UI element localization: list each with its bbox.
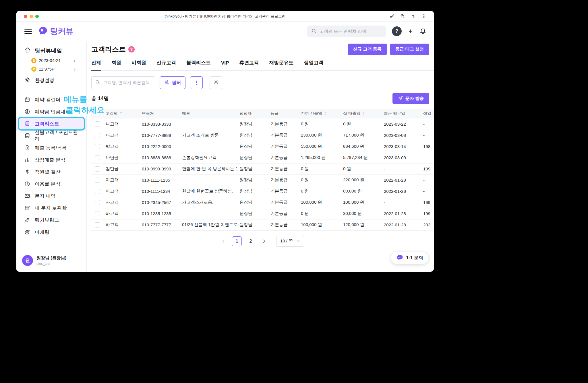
- tab-7[interactable]: 재방문유도: [269, 59, 293, 70]
- close-window-button[interactable]: [24, 15, 27, 18]
- new-customer-button[interactable]: 신규 고객 등록: [348, 44, 387, 55]
- grade-tag-settings-button[interactable]: 등급·태그 설정: [390, 44, 429, 55]
- table-row[interactable]: 바고객010-7777-777701/26 선불액 1만원 이벤트로 추가해..…: [91, 219, 434, 230]
- total-count: 총 14명: [91, 95, 109, 102]
- row-checkbox[interactable]: [95, 133, 100, 138]
- profile-section[interactable]: 원 원장님 (원장님) plus_test: [16, 251, 86, 272]
- table-row[interactable]: 자고객010-1111-1235원장님기본등급0 원220,000 원2022-…: [91, 174, 434, 186]
- cell-prepaid: 1,265,000 원: [299, 152, 341, 163]
- title-help-icon[interactable]: ?: [128, 46, 135, 53]
- sidebar-item-usage-analytics[interactable]: 이용률 분석: [16, 178, 86, 190]
- zoom-icon[interactable]: [400, 14, 405, 19]
- table-row[interactable]: 김단골010-9999-9999한달에 한 번 꼭 방문하시는 고객원장님기본등…: [91, 163, 434, 174]
- page-button-2[interactable]: 2: [246, 236, 256, 246]
- sidebar-item-settings[interactable]: 환경설정: [16, 77, 86, 84]
- tab-1[interactable]: 회원: [111, 59, 121, 70]
- cell-grade: 기본등급: [268, 174, 299, 186]
- sidebar-item-reservation-calendar[interactable]: 예약 캘린더: [16, 94, 86, 106]
- quick-search-input[interactable]: 고객명, 연락처 빠른검색: [91, 76, 155, 89]
- extensions-puzzle-icon[interactable]: [411, 14, 416, 19]
- browser-menu-icon[interactable]: ⋮: [421, 14, 426, 19]
- points-row[interactable]: P 11,975P ›: [16, 66, 86, 72]
- cell-manager: 원장님: [237, 174, 268, 186]
- sidebar-item-prepaid-points[interactable]: 선불고객 / 포인트관리: [16, 130, 86, 142]
- table-settings-button[interactable]: [210, 76, 222, 89]
- tab-4[interactable]: 블랙리스트: [186, 59, 211, 70]
- cell-last_visit: 2023-03-09: [382, 152, 421, 163]
- row-checkbox[interactable]: [95, 189, 100, 194]
- sort-icon[interactable]: [362, 111, 365, 116]
- tab-0[interactable]: 전체: [91, 59, 101, 70]
- chat-bubble-icon: [396, 254, 403, 262]
- cell-memo: 01/26 선불액 1만원 이벤트로 추가해...: [180, 219, 237, 230]
- column-header[interactable]: 실 매출액: [341, 109, 382, 118]
- sidebar-item-sms-history[interactable]: 문자 내역: [16, 190, 86, 202]
- table-row[interactable]: 나단골010-8888-8888손톱강화필요고객원장님기본등급1,265,000…: [91, 152, 434, 163]
- tab-3[interactable]: 신규고객: [156, 59, 176, 70]
- cell-sales: 884,600 원: [341, 141, 382, 152]
- more-options-button[interactable]: ⋮: [190, 76, 203, 89]
- sidebar-item-store-sales-analytics[interactable]: 상점매출 분석: [16, 154, 86, 166]
- lightning-icon[interactable]: [407, 28, 414, 34]
- prev-page-button[interactable]: [221, 239, 226, 244]
- global-search-input[interactable]: 고객명 또는 연락처 검색: [307, 26, 386, 37]
- table-row[interactable]: 사고객010-2345-2567가고객소개로옴.원장님기본등급100,000 원…: [91, 197, 434, 208]
- browser-title: thinkofyou - 팅커뷰 | 월 9,900원 가장 합리적인 가격의 …: [16, 14, 434, 19]
- table-row[interactable]: 나고객010-7777-8888가고객 소개로 방문원장님기본등급230,000…: [91, 130, 434, 141]
- table-row[interactable]: 아고객010-1111-1234한달에 한번꼴로 방문하심.원장님기본등급0 원…: [91, 186, 434, 197]
- cell-grade: 기본등급: [268, 118, 299, 130]
- table-row[interactable]: 박고객010-2222-0000원장님기본등급550,000 원884,600 …: [91, 141, 434, 152]
- inquiry-button[interactable]: 1:1 문의: [391, 252, 429, 264]
- sidebar-item-sms-box[interactable]: 내 문자 보관함: [16, 202, 86, 214]
- row-checkbox[interactable]: [95, 222, 100, 228]
- cell-phone: 010-3333-3333: [140, 118, 180, 130]
- next-page-button[interactable]: [262, 239, 266, 244]
- row-checkbox[interactable]: [95, 155, 100, 160]
- sort-icon[interactable]: [120, 111, 122, 116]
- row-checkbox[interactable]: [95, 200, 100, 205]
- tab-6[interactable]: 휴면고객: [239, 59, 259, 70]
- hamburger-menu-icon[interactable]: [24, 28, 32, 35]
- chevron-right-icon: ›: [74, 58, 76, 63]
- filter-button[interactable]: 필터: [160, 76, 185, 89]
- sidebar-item-marketing[interactable]: 마케팅: [16, 226, 86, 238]
- tab-8[interactable]: 생일고객: [304, 59, 323, 70]
- sidebar-item-deposit-history[interactable]: 예약금 입금내역: [16, 106, 86, 118]
- zoom-window-button[interactable]: [35, 15, 39, 18]
- page-button-1[interactable]: 1: [232, 236, 242, 246]
- row-checkbox[interactable]: [95, 178, 100, 183]
- shop-name-row[interactable]: 팅커뷰네일: [16, 47, 86, 55]
- column-header[interactable]: 잔여 선불액: [299, 109, 341, 118]
- tab-5[interactable]: VIP: [221, 60, 229, 70]
- row-checkbox[interactable]: [95, 166, 100, 172]
- chevron-down-icon: [296, 239, 300, 244]
- sidebar-item-sales-register[interactable]: 매출 등록/목록: [16, 142, 86, 154]
- column-header[interactable]: 고객명: [103, 109, 140, 118]
- sort-icon[interactable]: [324, 111, 327, 116]
- sidebar-item-customer-list[interactable]: 고객리스트: [16, 118, 86, 130]
- select-all-checkbox[interactable]: [95, 111, 100, 116]
- table-row[interactable]: 나고객010-3333-3333원장님기본등급0 원0 원2023-03-22-: [91, 118, 434, 130]
- cell-last_visit: 2022-01-28: [382, 186, 421, 197]
- row-checkbox[interactable]: [95, 144, 100, 149]
- cell-birthday: -: [421, 130, 434, 141]
- row-checkbox[interactable]: [95, 211, 100, 216]
- page-size-select[interactable]: 10 / 쪽: [276, 236, 304, 247]
- booking-date-row[interactable]: B 2023-04-21 ›: [16, 58, 86, 63]
- password-key-icon[interactable]: [390, 14, 394, 19]
- sidebar-item-staff-settlement[interactable]: 직원별 결산: [16, 166, 86, 178]
- send-sms-button[interactable]: 문자 발송: [392, 93, 429, 104]
- cell-birthday: -: [421, 174, 434, 186]
- bell-icon[interactable]: [419, 28, 426, 35]
- help-button[interactable]: ?: [392, 26, 402, 36]
- minimize-window-button[interactable]: [30, 15, 33, 18]
- logo[interactable]: 팅커뷰: [38, 26, 73, 37]
- sidebar-item-tinkerview-link[interactable]: 팅커뷰링크: [16, 214, 86, 226]
- booking-date: 2023-04-21: [39, 58, 61, 63]
- row-checkbox[interactable]: [95, 121, 100, 127]
- cell-name: 사고객: [103, 197, 140, 208]
- cell-grade: 기본등급: [268, 197, 299, 208]
- table-row[interactable]: 바고객010-1235-1235원장님기본등급0 원30,000 원2022-0…: [91, 208, 434, 219]
- cell-prepaid: 100,000 원: [299, 197, 341, 208]
- tab-2[interactable]: 비회원: [131, 59, 146, 70]
